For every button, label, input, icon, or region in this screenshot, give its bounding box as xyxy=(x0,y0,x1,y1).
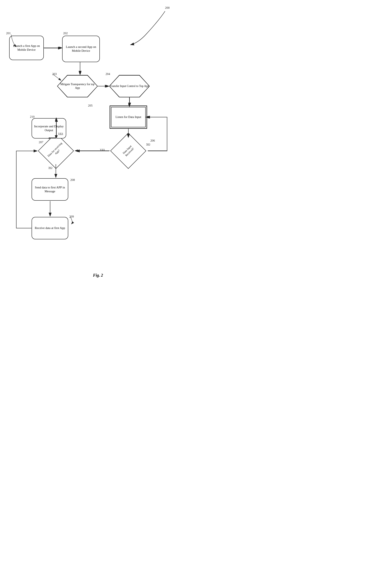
label-yes-207: YES xyxy=(58,132,63,135)
flowchart-diagram: 200 201 Launch a first App on Mobile Dev… xyxy=(0,0,196,271)
ref-203: 203 xyxy=(52,72,57,76)
ref-208: 208 xyxy=(70,178,75,182)
diamond-207-wrapper: Data for receiving App? xyxy=(38,138,74,164)
ref-206: 206 xyxy=(150,139,155,142)
diamond-206-wrapper: Data Input Received? xyxy=(110,138,147,164)
ref-210: 210 xyxy=(30,115,35,118)
label-no-207: NO xyxy=(48,166,52,169)
box-205: Listen for Data Input xyxy=(111,107,146,127)
label-yes-206: YES xyxy=(100,148,105,151)
ref-201: 201 xyxy=(6,32,11,35)
box-208: Send data to first APP in Message xyxy=(32,178,68,201)
ref-202: 202 xyxy=(63,32,68,35)
box-209: Receive data at first App xyxy=(32,217,68,239)
label-no-206: NO xyxy=(146,143,150,146)
ref-209: 209 xyxy=(69,215,74,218)
ref-205: 205 xyxy=(88,104,93,107)
box-202: Launch a second App on Mobile Device xyxy=(62,36,100,62)
box-210: Incorporate and Display Output xyxy=(32,118,66,139)
hex-204: Transfer Input Control to Top App xyxy=(109,75,150,97)
figure-caption: Fig. 2 xyxy=(0,273,196,282)
box-201: Launch a first App on Mobile Device xyxy=(9,36,44,60)
hex-203: Mitigate Transparency for top App xyxy=(57,75,98,97)
ref-200: 200 xyxy=(165,6,170,10)
